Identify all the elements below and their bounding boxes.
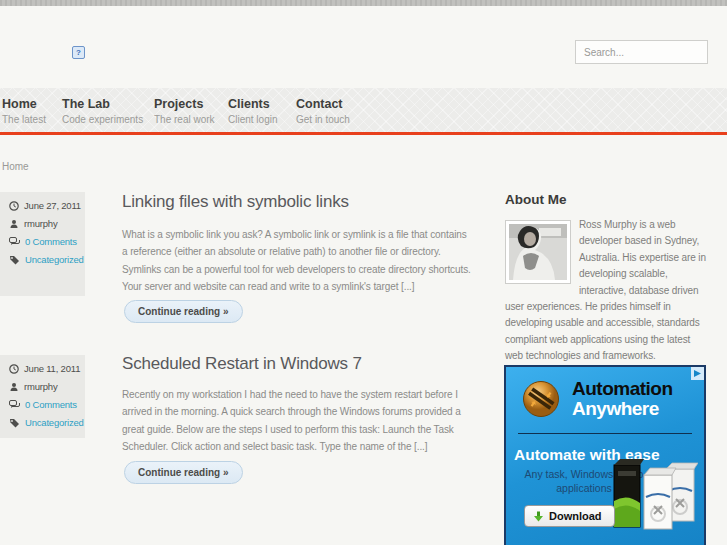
post-author[interactable]: rmurphy [24, 218, 57, 229]
nav-sublabel: Client login [228, 113, 277, 126]
post-date: June 27, 2011 [24, 200, 81, 211]
blog-page: ? Home The latest The Lab Code experimen… [0, 0, 727, 545]
search-input[interactable] [575, 40, 708, 64]
nav-item-contact[interactable]: Contact Get in touch [296, 97, 350, 126]
comments-icon [9, 400, 20, 410]
ad-brand-line2: Anywhere [572, 399, 673, 419]
clock-icon [9, 364, 19, 374]
post-excerpt: Recently on my workstation I had the nee… [122, 386, 472, 456]
adchoices-icon[interactable] [691, 367, 704, 380]
site-header: ? [0, 6, 727, 88]
post-meta-box: June 11, 2011 rmurphy 0 Comments Uncateg… [0, 355, 85, 438]
author-portrait-photo [505, 220, 571, 284]
about-me-section: Ross Murphy is a web developer based in … [505, 217, 709, 365]
broken-image-icon[interactable]: ? [72, 46, 85, 59]
ad-banner[interactable]: Automation Anywhere Automate with ease A… [504, 365, 706, 545]
download-button[interactable]: Download [524, 505, 615, 527]
post-date: June 11, 2011 [24, 363, 80, 374]
category-tag-icon [9, 255, 20, 265]
nav-item-projects[interactable]: Projects The real work [154, 97, 215, 126]
nav-item-the-lab[interactable]: The Lab Code experiments [62, 97, 143, 126]
nav-item-clients[interactable]: Clients Client login [228, 97, 277, 126]
nav-label: The Lab [62, 97, 143, 111]
about-me-heading: About Me [505, 192, 567, 207]
nav-label: Contact [296, 97, 350, 111]
automation-anywhere-logo-icon [522, 380, 560, 418]
clock-icon [9, 201, 19, 211]
ad-brand-line1: Automation [572, 379, 673, 399]
post-author[interactable]: rmurphy [24, 381, 57, 392]
nav-item-home[interactable]: Home The latest [2, 97, 46, 126]
post-title[interactable]: Scheduled Restart in Windows 7 [122, 354, 482, 374]
user-icon [9, 219, 19, 229]
ad-brand-text: Automation Anywhere [572, 379, 673, 419]
continue-reading-button[interactable]: Continue reading » [124, 300, 243, 323]
software-boxes-illustration [610, 457, 698, 539]
main-navigation: Home The latest The Lab Code experiments… [0, 88, 727, 135]
continue-reading-button[interactable]: Continue reading » [124, 461, 243, 484]
post-comments-link[interactable]: 0 Comments [25, 399, 77, 410]
comments-icon [9, 237, 20, 247]
nav-sublabel: Code experiments [62, 113, 143, 126]
nav-sublabel: The real work [154, 113, 215, 126]
user-icon [9, 382, 19, 392]
nav-label: Clients [228, 97, 277, 111]
post-category-link[interactable]: Uncategorized [25, 417, 84, 428]
post-meta-box: June 27, 2011 rmurphy 0 Comments Uncateg… [0, 192, 85, 296]
breadcrumb[interactable]: Home [2, 161, 29, 172]
ad-divider [518, 433, 692, 434]
portrait-image [509, 224, 567, 280]
download-button-label: Download [549, 510, 602, 522]
download-arrow-icon [533, 511, 544, 522]
post-category-link[interactable]: Uncategorized [25, 254, 84, 265]
nav-label: Projects [154, 97, 215, 111]
post-excerpt: What is a symbolic link you ask? A symbo… [122, 226, 472, 296]
category-tag-icon [9, 418, 20, 428]
nav-sublabel: Get in touch [296, 113, 350, 126]
post-title[interactable]: Linking files with symbolic links [122, 192, 482, 212]
nav-sublabel: The latest [2, 113, 46, 126]
post-comments-link[interactable]: 0 Comments [25, 236, 77, 247]
nav-label: Home [2, 97, 46, 111]
